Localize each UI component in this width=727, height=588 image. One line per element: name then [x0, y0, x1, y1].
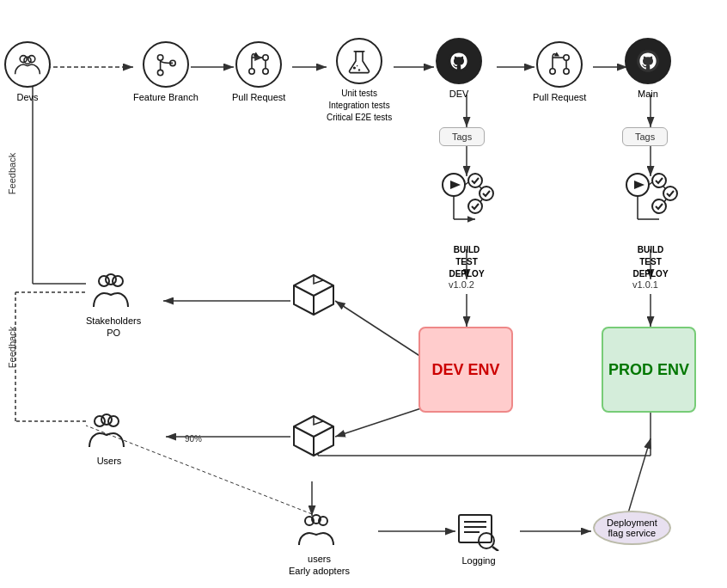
- dev-github-icon: [436, 38, 482, 84]
- build-pipeline-main-node: BUILDTESTDEPLOY: [620, 172, 681, 280]
- svg-line-65: [480, 187, 482, 189]
- svg-line-76: [664, 199, 666, 202]
- build-dev-label: BUILDTESTDEPLOY: [449, 244, 484, 280]
- pull-request-1-label: Pull Request: [232, 91, 285, 103]
- tags-dev-label: Tags: [452, 132, 472, 142]
- feature-branch-label: Feature Branch: [133, 91, 199, 103]
- unit-tests-label: Unit testsIntegration testsCritical E2E …: [327, 88, 392, 124]
- feature-branch-node: Feature Branch: [133, 41, 199, 103]
- stakeholders-icon: [90, 271, 137, 311]
- svg-point-53: [564, 69, 569, 74]
- svg-marker-68: [634, 181, 645, 189]
- prod-env-node: PROD ENV: [602, 327, 696, 413]
- svg-line-18: [335, 408, 421, 437]
- devs-icon: [4, 41, 51, 88]
- early-adopters-icon: [296, 512, 342, 549]
- pull-request-2-icon: [536, 41, 583, 88]
- svg-point-59: [468, 174, 482, 187]
- svg-line-26: [627, 438, 651, 516]
- users-node: Users: [86, 411, 132, 467]
- deployment-flag-node: Deploymentflag service: [593, 511, 671, 545]
- tags-main-node: Tags: [622, 127, 668, 146]
- svg-point-37: [157, 55, 162, 60]
- svg-line-66: [480, 199, 482, 202]
- svg-marker-58: [450, 181, 461, 189]
- pull-request-1-node: Pull Request: [232, 41, 285, 103]
- svg-point-42: [263, 55, 268, 60]
- package-stakeholders-node: [290, 272, 337, 318]
- svg-line-75: [663, 187, 666, 189]
- version-main-label: v1.0.1: [632, 279, 658, 290]
- users-icon: [86, 411, 132, 451]
- svg-point-41: [249, 69, 254, 74]
- tags-dev-box: Tags: [439, 127, 485, 146]
- svg-point-48: [358, 69, 360, 70]
- main-icon: [625, 38, 671, 84]
- build-main-label: BUILDTESTDEPLOY: [632, 244, 668, 280]
- svg-point-38: [157, 70, 162, 75]
- svg-point-34: [20, 56, 27, 63]
- package-users-node: [290, 413, 337, 459]
- prod-env-label: PROD ENV: [608, 361, 689, 379]
- svg-point-78: [113, 276, 123, 286]
- package-users-icon: [290, 413, 337, 459]
- prod-env-box: PROD ENV: [602, 327, 696, 413]
- build-pipeline-dev-icon: [437, 172, 497, 241]
- main-node: Main: [625, 38, 671, 100]
- build-pipeline-main-icon: [620, 172, 681, 241]
- tags-main-label: Tags: [635, 132, 655, 142]
- unit-tests-node: Unit testsIntegration testsCritical E2E …: [327, 38, 392, 124]
- tags-dev-node: Tags: [439, 127, 485, 146]
- logging-node: Logging: [455, 511, 502, 567]
- svg-point-79: [106, 274, 116, 285]
- devs-label: Devs: [16, 91, 38, 103]
- svg-rect-90: [459, 515, 492, 542]
- devs-node: Devs: [4, 41, 51, 103]
- deployment-flag-label: Deploymentflag service: [607, 518, 657, 538]
- svg-point-77: [99, 276, 109, 286]
- svg-point-83: [108, 416, 119, 426]
- version-main-node: v1.0.1: [632, 279, 658, 290]
- svg-point-84: [101, 414, 112, 425]
- package-stakeholders-icon: [290, 272, 337, 318]
- svg-point-47: [353, 66, 356, 69]
- svg-line-95: [492, 547, 498, 551]
- stakeholders-label: StakeholdersPO: [86, 315, 141, 340]
- pull-request-2-label: Pull Request: [533, 91, 586, 103]
- svg-line-16: [335, 301, 421, 357]
- main-label: Main: [638, 88, 658, 100]
- pull-request-1-icon: [235, 41, 282, 88]
- logging-icon: [455, 511, 502, 551]
- svg-point-49: [357, 65, 358, 67]
- deployment-flag-box: Deploymentflag service: [593, 511, 671, 545]
- build-pipeline-dev-node: BUILDTESTDEPLOY: [437, 172, 497, 280]
- pipeline-diagram: Devs Feature Branch: [0, 0, 727, 588]
- percent-label: 90%: [185, 434, 202, 444]
- tags-main-box: Tags: [622, 127, 668, 146]
- dev-github-node: DEV: [436, 38, 482, 100]
- dev-env-box: DEV ENV: [418, 327, 513, 413]
- svg-point-35: [28, 56, 35, 63]
- svg-point-51: [550, 69, 555, 74]
- svg-point-43: [263, 69, 268, 74]
- early-adopters-label: usersEarly adopters: [289, 553, 350, 578]
- version-dev-node: v1.0.2: [449, 279, 474, 290]
- users-label: Users: [97, 455, 122, 467]
- logging-label: Logging: [461, 554, 495, 567]
- feedback-bottom-label: Feedback: [7, 327, 17, 368]
- svg-point-69: [652, 174, 666, 187]
- dev-github-label: DEV: [449, 88, 469, 100]
- svg-point-36: [24, 57, 31, 64]
- feedback-top-label: Feedback: [7, 153, 17, 194]
- unit-tests-icon: [336, 38, 382, 84]
- dev-env-node: DEV ENV: [418, 327, 513, 413]
- stakeholders-node: StakeholdersPO: [86, 271, 141, 340]
- dev-env-label: DEV ENV: [431, 361, 499, 379]
- svg-point-52: [564, 55, 569, 60]
- version-dev-label: v1.0.2: [449, 279, 474, 290]
- feature-branch-icon: [143, 41, 189, 88]
- early-adopters-node: usersEarly adopters: [289, 512, 350, 578]
- pull-request-2-node: Pull Request: [533, 41, 586, 103]
- svg-point-82: [95, 416, 105, 426]
